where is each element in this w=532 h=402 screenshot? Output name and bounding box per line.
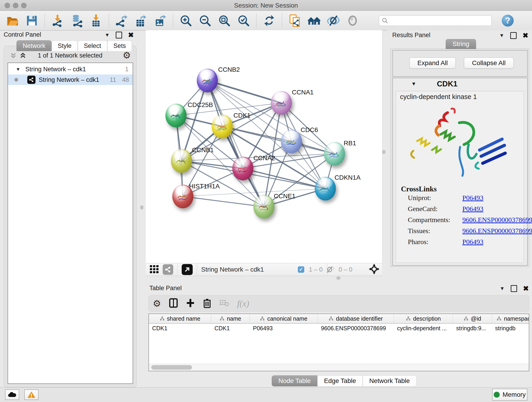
network-node-rb1[interactable] [324, 142, 345, 166]
results-float-icon[interactable] [510, 32, 517, 39]
import-network-database-icon[interactable] [70, 14, 83, 27]
network-node-ccnb1[interactable] [171, 149, 192, 173]
zoom-selected-icon[interactable] [237, 14, 250, 27]
pan-mode-icon[interactable] [368, 263, 380, 276]
table-cell[interactable]: cyclin-dependent ... [394, 324, 453, 333]
crosslink-tissues[interactable]: 9606.ENSP00000378699 [462, 227, 532, 235]
delete-column-icon[interactable] [203, 298, 211, 309]
save-session-icon[interactable] [25, 14, 38, 27]
table-close-icon[interactable]: ✖ [523, 286, 529, 291]
table-row[interactable]: CDK1CDK1P064939606.ENSP00000378699cyclin… [149, 324, 529, 333]
column-header-shared-name[interactable]: shared name [149, 314, 211, 323]
network-row[interactable]: String Network – cdk1 11 48 [8, 75, 133, 85]
tab-network[interactable]: Network [17, 40, 51, 51]
tab-string[interactable]: String [446, 39, 476, 49]
crosslink-pharos[interactable]: P06493 [462, 238, 483, 246]
column-header--id[interactable]: @id [453, 314, 492, 323]
scrollbar-thumb[interactable] [151, 365, 192, 370]
refresh-view-icon[interactable] [263, 14, 276, 27]
network-node-cdkn1a[interactable] [315, 177, 336, 201]
right-splitter-handle[interactable] [382, 150, 385, 154]
network-edge[interactable] [207, 80, 281, 103]
table-cell[interactable]: 9606.ENSP00000378699 [318, 324, 394, 333]
network-share-view-icon[interactable] [163, 264, 173, 275]
panel-close-icon[interactable]: ✖ [128, 32, 134, 38]
column-header-description[interactable]: description [394, 314, 453, 323]
table-toolbar: ⚙ f(x) [148, 295, 529, 312]
crosslink-uniprot[interactable]: P06493 [462, 194, 483, 202]
table-float-icon[interactable] [511, 285, 517, 292]
cloud-status-button[interactable] [5, 389, 19, 400]
tab-style[interactable]: Style [51, 40, 78, 51]
table-options-gear-icon[interactable]: ⚙ [153, 299, 161, 308]
crosslink-compartments[interactable]: 9606.ENSP00000378699 [462, 216, 532, 224]
tab-node-table[interactable]: Node Table [272, 375, 317, 386]
tree-expander-icon[interactable]: ▼ [16, 67, 20, 72]
zoom-out-icon[interactable] [198, 14, 212, 27]
gene-section-header[interactable]: ▼ CDK1 [393, 78, 527, 89]
table-horizontal-scrollbar[interactable] [149, 364, 529, 371]
panel-collapse-icon[interactable]: ▼ [105, 32, 110, 38]
tab-network-table[interactable]: Network Table [363, 375, 417, 386]
grid-view-icon[interactable] [149, 264, 159, 275]
table-header-row[interactable]: shared namenamecanonical namedatabase id… [149, 314, 529, 324]
network-node-ccna1[interactable] [271, 91, 292, 115]
table-cell[interactable]: stringdb [492, 324, 529, 333]
memory-button[interactable]: Memory [492, 389, 527, 401]
search-input[interactable] [388, 17, 486, 24]
results-close-icon[interactable]: ✖ [523, 33, 528, 38]
table-cell[interactable]: stringdb:9... [453, 324, 492, 333]
zoom-in-icon[interactable] [179, 14, 192, 27]
copy-style-icon[interactable] [288, 14, 302, 27]
network-node-ccna2[interactable] [232, 157, 253, 180]
network-edge[interactable] [183, 196, 264, 207]
detach-view-icon[interactable] [182, 264, 193, 275]
expand-all-button[interactable]: Expand All [409, 57, 456, 69]
results-collapse-icon[interactable]: ▼ [499, 32, 504, 38]
network-node-cdc25b[interactable] [165, 104, 186, 128]
column-header-database-identifier[interactable]: database identifier [318, 314, 394, 323]
open-session-icon[interactable] [6, 14, 19, 27]
network-options-gear-icon[interactable]: ⚙ [123, 51, 131, 60]
import-network-file-icon[interactable] [51, 14, 64, 27]
export-network-icon[interactable] [115, 14, 128, 27]
import-table-file-icon[interactable] [89, 14, 103, 27]
warning-status-button[interactable] [24, 389, 38, 400]
left-splitter-handle[interactable] [140, 205, 143, 210]
column-type-icon [220, 316, 225, 321]
network-canvas[interactable]: CCNB2CCNA1CDC25BCDK1CDC6RB1CCNB1CCNA2CDK… [146, 30, 382, 263]
network-node-ccne1[interactable] [253, 195, 274, 219]
help-button[interactable]: ? [502, 15, 514, 27]
table-cell[interactable]: CDK1 [211, 324, 250, 333]
network-node-cdk1[interactable] [212, 115, 233, 138]
network-collection-row[interactable]: ▼ String Network – cdk1 1 [8, 64, 133, 75]
crosslink-genecard[interactable]: P06493 [462, 205, 483, 213]
show-all-networks-icon[interactable] [307, 14, 321, 27]
add-column-icon[interactable] [186, 298, 195, 309]
tab-edge-table[interactable]: Edge Table [317, 375, 363, 386]
selected-nodes-checkbox[interactable]: ✓ [298, 266, 304, 273]
column-type-icon [496, 316, 501, 321]
zoom-fit-icon[interactable] [218, 14, 231, 27]
section-expander-icon[interactable]: ▼ [411, 81, 416, 87]
column-header-namespace[interactable]: namespace [492, 314, 529, 323]
table-cell[interactable]: CDK1 [149, 324, 211, 333]
table-cell[interactable]: P06493 [250, 324, 318, 333]
collapse-all-button[interactable]: Collapse All [464, 57, 514, 69]
network-node-ccnb2[interactable] [197, 69, 218, 92]
search-field[interactable] [379, 15, 492, 26]
column-header-name[interactable]: name [211, 314, 250, 323]
panel-float-icon[interactable] [116, 32, 122, 38]
table-collapse-icon[interactable]: ▼ [500, 286, 505, 292]
show-graphics-details-icon[interactable] [346, 14, 359, 27]
column-header-canonical-name[interactable]: canonical name [250, 314, 318, 323]
tab-select[interactable]: Select [78, 40, 107, 51]
tab-sets[interactable]: Sets [107, 40, 132, 51]
export-table-icon[interactable] [134, 14, 147, 27]
show-columns-icon[interactable] [169, 298, 178, 309]
export-image-icon[interactable] [153, 14, 167, 27]
horizontal-splitter-handle[interactable] [336, 276, 341, 280]
network-node-cdc6[interactable] [281, 129, 302, 153]
node-table[interactable]: shared namenamecanonical namedatabase id… [148, 313, 529, 371]
hide-selected-icon[interactable] [327, 14, 340, 27]
